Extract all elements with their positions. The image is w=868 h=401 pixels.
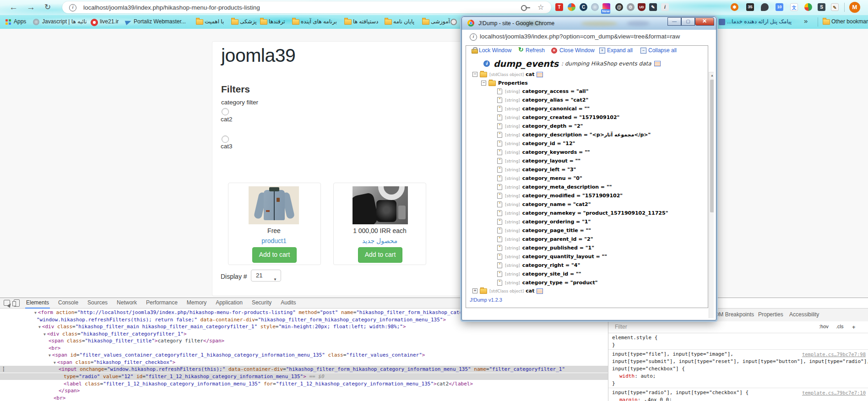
address-bar[interactable]: i localhost/joomla39/index.php/hikashop-… bbox=[62, 1, 551, 13]
collapse-toggle-icon[interactable]: − bbox=[481, 81, 486, 86]
bookmark-folder-important[interactable]: با اهمیت bbox=[205, 18, 224, 25]
tree-item[interactable]: "[string]category_canonical = "" bbox=[497, 104, 590, 113]
new-rule-plus-icon[interactable]: + bbox=[852, 324, 856, 331]
bookmark-star-icon[interactable]: ☆ bbox=[537, 3, 544, 11]
bookmarks-overflow-chevron[interactable]: » bbox=[804, 17, 808, 25]
maximize-button[interactable]: ▢ bbox=[681, 17, 695, 26]
url-text[interactable]: localhost/joomla39/index.php/hikashop-me… bbox=[83, 4, 260, 11]
tree-item[interactable]: "[string]category_name = "cat2" bbox=[497, 200, 591, 209]
add-to-cart-button-1[interactable]: Add to cart bbox=[252, 247, 297, 263]
tab-dom-breakpoints[interactable]: OM Breakpoints bbox=[715, 311, 754, 318]
extension-pen-icon[interactable]: ✎ bbox=[649, 3, 657, 11]
site-info-icon[interactable]: i bbox=[470, 33, 477, 41]
code-line[interactable]: <input onchange="window.hikashop.refresh… bbox=[0, 366, 608, 373]
style-selector[interactable]: input[type="submit"], input[type="reset"… bbox=[608, 358, 868, 365]
tree-item[interactable]: "[string]category_alias = "cat2" bbox=[497, 96, 588, 104]
code-line[interactable]: ▼<span class="hikashop_filter_checkbox"> bbox=[0, 359, 608, 366]
extension-balloon-icon[interactable] bbox=[761, 3, 769, 11]
collapse-toggle-icon[interactable]: − bbox=[472, 72, 477, 77]
tree-node-properties[interactable]: − Properties bbox=[481, 79, 528, 87]
style-selector[interactable]: input[type="radio"], input[type="checkbo… bbox=[608, 389, 868, 396]
bookmark-folder-tricks[interactable]: ترفندها bbox=[269, 18, 285, 25]
tree-item[interactable]: "[string]category_modified = "1571909102… bbox=[497, 191, 623, 200]
extension-orange-icon[interactable]: ✱ bbox=[731, 3, 738, 11]
popup-url-text[interactable]: localhost/joomla39/index.php?option=com_… bbox=[480, 33, 680, 40]
bookmark-folder-future-apps[interactable]: برنامه های آینده bbox=[301, 18, 337, 25]
style-selector[interactable]: element.style { bbox=[608, 334, 868, 341]
extension-t-icon[interactable]: T bbox=[555, 3, 563, 11]
extension-i-icon[interactable]: i bbox=[661, 3, 669, 11]
product-2-link[interactable]: محصول جدید bbox=[333, 237, 426, 244]
tree-item[interactable]: "[string]category_quantity_layout = "" bbox=[497, 252, 607, 261]
radio-cat3-label[interactable]: cat3 bbox=[221, 143, 233, 150]
style-selector[interactable]: input[type="checkbox"] { bbox=[608, 365, 868, 373]
tree-item[interactable]: "[string]category_left = "3" bbox=[497, 165, 576, 174]
tree-item[interactable]: "[string]category_published = "1" bbox=[497, 244, 594, 252]
extension-notepad-icon[interactable]: ✎ bbox=[831, 3, 839, 11]
stylesheet-link[interactable]: template.cs…79bc7e7:10 bbox=[802, 389, 866, 396]
scrollbar-thumb[interactable] bbox=[710, 80, 714, 212]
bookmark-folder-thesis[interactable]: پایان نامه bbox=[393, 18, 414, 25]
tree-item[interactable]: "[string]category_right = "4" bbox=[497, 261, 580, 270]
radio-cat3[interactable] bbox=[222, 135, 229, 143]
bookmark-folder-achievements[interactable]: دستیافته ها bbox=[353, 18, 378, 25]
view-icon[interactable] bbox=[537, 288, 543, 294]
site-info-icon[interactable]: i bbox=[69, 4, 76, 11]
product-1-image[interactable] bbox=[249, 186, 299, 224]
tree-item[interactable]: "[string]category_description = "<p>مجمو… bbox=[497, 130, 651, 139]
code-line[interactable]: ▼<div class="hikashop_filter_main hikash… bbox=[0, 323, 608, 330]
lock-window-link[interactable]: Lock Window bbox=[479, 47, 511, 54]
extension-gear-icon[interactable]: ⚙ bbox=[627, 3, 635, 11]
product-1-link[interactable]: product1 bbox=[228, 237, 320, 244]
password-key-icon[interactable] bbox=[521, 5, 527, 11]
close-window-link[interactable]: Close Window bbox=[559, 47, 595, 54]
extension-joomla-icon[interactable] bbox=[568, 3, 575, 11]
cls-toggle[interactable]: .cls bbox=[836, 324, 844, 329]
extension-spiral-icon[interactable]: @ bbox=[615, 3, 623, 11]
extension-35-icon[interactable]: 35 bbox=[746, 3, 754, 11]
display-select[interactable]: 21 ▼ bbox=[251, 270, 281, 282]
style-property[interactable]: width: auto; bbox=[608, 373, 868, 380]
jdump-popup-window[interactable]: J!Dump - site - Google Chrome — ▢ ✕ i lo… bbox=[461, 16, 716, 320]
code-line[interactable]: <br> bbox=[0, 395, 608, 401]
view-icon[interactable] bbox=[537, 72, 543, 77]
style-property[interactable]: margin: ▸4px 0 0; bbox=[608, 396, 868, 401]
jdump-version-link[interactable]: J!Dump v1.2.3 bbox=[470, 297, 502, 303]
tab-accessibility[interactable]: Accessibility bbox=[789, 311, 819, 318]
code-line[interactable]: <br> bbox=[0, 345, 608, 352]
code-line[interactable]: type="radio" value="12" id="filter_1_12_… bbox=[0, 373, 608, 380]
close-button[interactable]: ✕ bbox=[695, 17, 714, 26]
collapse-all-link[interactable]: Collapse all bbox=[648, 47, 677, 54]
product-2-image[interactable] bbox=[353, 186, 408, 224]
tree-item[interactable]: "[string]category_ordering = "1" bbox=[497, 217, 591, 226]
stylesheet-link[interactable]: template.cs…79bc7e7:98 bbox=[802, 351, 866, 358]
tree-node-cat[interactable]: − [stdClass object] cat bbox=[472, 70, 543, 79]
tree-node-cat-2[interactable]: + [stdClass object] cat bbox=[472, 287, 543, 295]
expand-toggle-icon[interactable]: + bbox=[472, 288, 477, 293]
tree-item[interactable]: "[string]category_parent_id = "2" bbox=[497, 235, 593, 244]
other-bookmarks[interactable]: Other bookmarks bbox=[831, 18, 868, 25]
popup-address-bar[interactable]: i localhost/joomla39/index.php?option=co… bbox=[463, 30, 714, 44]
extension-s-icon[interactable]: S bbox=[818, 3, 825, 11]
extension-translate-icon[interactable]: 文 bbox=[790, 3, 798, 11]
expand-all-link[interactable]: Expand all bbox=[607, 47, 633, 54]
extension-o-icon[interactable] bbox=[591, 3, 599, 11]
tree-item[interactable]: "[string]category_keywords = "" bbox=[497, 148, 590, 157]
bookmark-javascript[interactable]: Javascript | نائبه ها bbox=[42, 18, 87, 25]
bookmark-folder-educational[interactable]: آموزشی bbox=[431, 18, 450, 25]
styles-filter-input[interactable]: Filter bbox=[615, 324, 627, 330]
tree-item[interactable]: "[string]category_created = "1571909102" bbox=[497, 113, 619, 122]
tree-item[interactable]: "[string]category_access = "all" bbox=[497, 87, 588, 96]
popup-title-bar[interactable]: J!Dump - site - Google Chrome — ▢ ✕ bbox=[462, 17, 716, 30]
forward-icon[interactable]: → bbox=[27, 2, 35, 13]
bookmark-apps[interactable]: Apps bbox=[14, 18, 26, 25]
tree-item[interactable]: "[string]category_layout = "" bbox=[497, 157, 580, 165]
tree-item[interactable]: "[string]category_namekey = "product_157… bbox=[497, 209, 668, 217]
hov-toggle[interactable]: :hov bbox=[819, 324, 829, 329]
tree-item[interactable]: "[string]category_type = "product" bbox=[497, 278, 598, 287]
bookmark-sms-panel[interactable]: پیامک پنل ارائه دهنده خدما... bbox=[727, 18, 792, 25]
more-actions-icon[interactable]: ⋮ bbox=[1, 366, 6, 372]
tree-item[interactable]: "[string]category_site_id = "" bbox=[497, 270, 581, 278]
extension-10-icon[interactable]: 10 bbox=[776, 3, 783, 11]
code-line[interactable]: <span class="hikashop_filter_title">cate… bbox=[0, 337, 608, 344]
